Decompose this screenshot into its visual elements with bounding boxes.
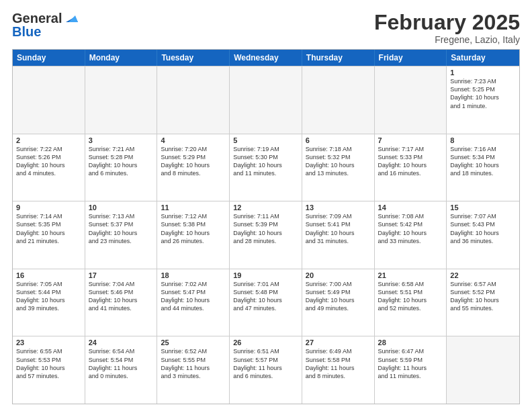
day-cell-21: 21Sunrise: 6:58 AM Sunset: 5:51 PM Dayli… [375,269,447,336]
calendar-row-0: 1Sunrise: 7:23 AM Sunset: 5:25 PM Daylig… [13,66,519,134]
day-cell-6: 6Sunrise: 7:18 AM Sunset: 5:32 PM Daylig… [302,134,375,201]
weekday-header-saturday: Saturday [447,50,519,66]
day-cell-23: 23Sunrise: 6:55 AM Sunset: 5:53 PM Dayli… [13,336,85,404]
day-cell-12: 12Sunrise: 7:11 AM Sunset: 5:39 PM Dayli… [230,201,302,269]
day-number: 5 [233,136,298,144]
day-info: Sunrise: 7:22 AM Sunset: 5:26 PM Dayligh… [16,145,81,178]
day-cell-empty-0-3 [230,66,302,134]
day-cell-empty-0-1 [85,66,158,134]
day-info: Sunrise: 7:09 AM Sunset: 5:41 PM Dayligh… [306,212,371,245]
day-number: 19 [233,271,298,279]
day-cell-10: 10Sunrise: 7:13 AM Sunset: 5:37 PM Dayli… [85,201,158,269]
day-number: 10 [89,203,154,212]
day-info: Sunrise: 7:11 AM Sunset: 5:39 PM Dayligh… [233,212,298,245]
day-info: Sunrise: 7:17 AM Sunset: 5:33 PM Dayligh… [378,145,443,178]
day-info: Sunrise: 6:47 AM Sunset: 5:59 PM Dayligh… [378,347,443,380]
weekday-header-friday: Friday [375,50,447,66]
header: General Blue February 2025 Fregene, Lazi… [12,11,520,45]
day-cell-27: 27Sunrise: 6:49 AM Sunset: 5:58 PM Dayli… [302,336,375,404]
weekday-header-tuesday: Tuesday [157,50,230,66]
svg-marker-1 [69,15,78,22]
day-info: Sunrise: 6:52 AM Sunset: 5:55 PM Dayligh… [161,347,226,380]
day-number: 13 [306,203,371,212]
day-cell-13: 13Sunrise: 7:09 AM Sunset: 5:41 PM Dayli… [302,201,375,269]
day-cell-3: 3Sunrise: 7:21 AM Sunset: 5:28 PM Daylig… [85,134,158,201]
day-cell-18: 18Sunrise: 7:02 AM Sunset: 5:47 PM Dayli… [157,269,230,336]
day-number: 15 [450,203,516,212]
day-number: 14 [378,203,443,212]
day-number: 9 [16,203,81,212]
day-cell-8: 8Sunrise: 7:16 AM Sunset: 5:34 PM Daylig… [447,134,519,201]
day-number: 27 [306,338,371,347]
day-number: 22 [450,271,516,279]
day-info: Sunrise: 7:08 AM Sunset: 5:42 PM Dayligh… [378,212,443,245]
day-cell-9: 9Sunrise: 7:14 AM Sunset: 5:35 PM Daylig… [13,201,85,269]
day-number: 1 [450,68,516,77]
logo: General Blue [12,11,78,39]
weekday-header-monday: Monday [85,50,158,66]
calendar-row-4: 23Sunrise: 6:55 AM Sunset: 5:53 PM Dayli… [13,336,519,404]
day-cell-1: 1Sunrise: 7:23 AM Sunset: 5:25 PM Daylig… [447,66,519,134]
day-cell-19: 19Sunrise: 7:01 AM Sunset: 5:48 PM Dayli… [230,269,302,336]
logo-blue-text: Blue [12,24,78,39]
day-info: Sunrise: 7:16 AM Sunset: 5:34 PM Dayligh… [450,145,516,178]
day-cell-2: 2Sunrise: 7:22 AM Sunset: 5:26 PM Daylig… [13,134,85,201]
day-number: 8 [450,136,516,144]
day-info: Sunrise: 6:49 AM Sunset: 5:58 PM Dayligh… [306,347,371,380]
day-cell-11: 11Sunrise: 7:12 AM Sunset: 5:38 PM Dayli… [157,201,230,269]
logo-icon [63,10,78,25]
day-number: 25 [161,338,226,347]
day-number: 17 [89,271,154,279]
day-cell-4: 4Sunrise: 7:20 AM Sunset: 5:29 PM Daylig… [157,134,230,201]
day-info: Sunrise: 6:57 AM Sunset: 5:52 PM Dayligh… [450,280,516,313]
day-cell-empty-0-2 [157,66,230,134]
day-cell-empty-0-5 [375,66,447,134]
day-cell-17: 17Sunrise: 7:04 AM Sunset: 5:46 PM Dayli… [85,269,158,336]
calendar-header: SundayMondayTuesdayWednesdayThursdayFrid… [13,50,519,66]
calendar-row-3: 16Sunrise: 7:05 AM Sunset: 5:44 PM Dayli… [13,269,519,336]
day-number: 12 [233,203,298,212]
day-number: 21 [378,271,443,279]
day-number: 20 [306,271,371,279]
day-number: 23 [16,338,81,347]
day-info: Sunrise: 7:21 AM Sunset: 5:28 PM Dayligh… [89,145,154,178]
day-cell-16: 16Sunrise: 7:05 AM Sunset: 5:44 PM Dayli… [13,269,85,336]
day-info: Sunrise: 7:23 AM Sunset: 5:25 PM Dayligh… [450,77,516,110]
day-info: Sunrise: 7:18 AM Sunset: 5:32 PM Dayligh… [306,145,371,178]
day-info: Sunrise: 6:51 AM Sunset: 5:57 PM Dayligh… [233,347,298,380]
day-info: Sunrise: 7:19 AM Sunset: 5:30 PM Dayligh… [233,145,298,178]
day-number: 28 [378,338,443,347]
calendar-body: 1Sunrise: 7:23 AM Sunset: 5:25 PM Daylig… [13,66,519,404]
day-cell-15: 15Sunrise: 7:07 AM Sunset: 5:43 PM Dayli… [447,201,519,269]
day-number: 18 [161,271,226,279]
day-info: Sunrise: 6:58 AM Sunset: 5:51 PM Dayligh… [378,280,443,313]
day-number: 6 [306,136,371,144]
day-cell-empty-0-0 [13,66,85,134]
title-section: February 2025 Fregene, Lazio, Italy [374,11,520,45]
calendar-row-1: 2Sunrise: 7:22 AM Sunset: 5:26 PM Daylig… [13,134,519,201]
day-cell-28: 28Sunrise: 6:47 AM Sunset: 5:59 PM Dayli… [375,336,447,404]
day-number: 11 [161,203,226,212]
day-info: Sunrise: 7:20 AM Sunset: 5:29 PM Dayligh… [161,145,226,178]
day-info: Sunrise: 7:00 AM Sunset: 5:49 PM Dayligh… [306,280,371,313]
day-info: Sunrise: 6:55 AM Sunset: 5:53 PM Dayligh… [16,347,81,380]
day-cell-7: 7Sunrise: 7:17 AM Sunset: 5:33 PM Daylig… [375,134,447,201]
day-cell-empty-4-6 [447,336,519,404]
day-info: Sunrise: 6:54 AM Sunset: 5:54 PM Dayligh… [89,347,154,380]
weekday-header-sunday: Sunday [13,50,85,66]
day-cell-24: 24Sunrise: 6:54 AM Sunset: 5:54 PM Dayli… [85,336,158,404]
day-number: 3 [89,136,154,144]
day-info: Sunrise: 7:05 AM Sunset: 5:44 PM Dayligh… [16,280,81,313]
day-cell-25: 25Sunrise: 6:52 AM Sunset: 5:55 PM Dayli… [157,336,230,404]
page: General Blue February 2025 Fregene, Lazi… [0,0,532,411]
day-number: 16 [16,271,81,279]
day-number: 4 [161,136,226,144]
day-info: Sunrise: 7:04 AM Sunset: 5:46 PM Dayligh… [89,280,154,313]
day-info: Sunrise: 7:13 AM Sunset: 5:37 PM Dayligh… [89,212,154,245]
day-number: 24 [89,338,154,347]
day-number: 7 [378,136,443,144]
day-info: Sunrise: 7:01 AM Sunset: 5:48 PM Dayligh… [233,280,298,313]
day-info: Sunrise: 7:02 AM Sunset: 5:47 PM Dayligh… [161,280,226,313]
day-info: Sunrise: 7:14 AM Sunset: 5:35 PM Dayligh… [16,212,81,245]
day-info: Sunrise: 7:07 AM Sunset: 5:43 PM Dayligh… [450,212,516,245]
